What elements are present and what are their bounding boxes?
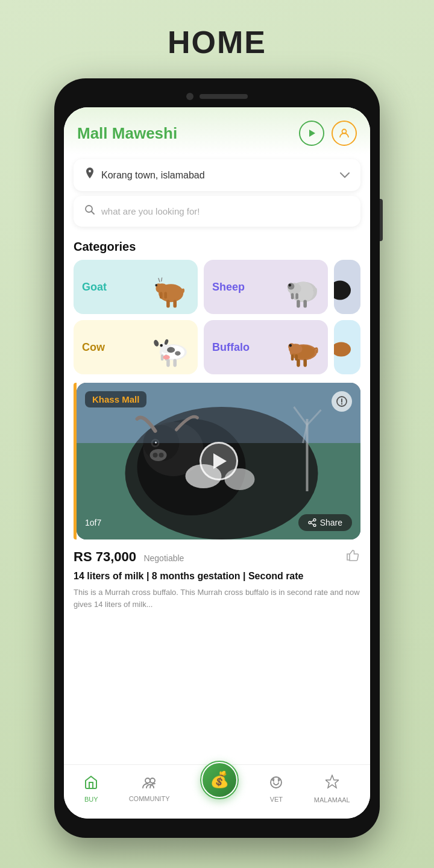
category-buffalo[interactable]: Buffalo: [204, 320, 328, 374]
khass-mall-badge: Khass Mall: [85, 391, 146, 407]
svg-rect-44: [295, 354, 298, 360]
cow-animal-icon: [149, 329, 195, 371]
product-description: This is a Murrah cross buffalo. This Mur…: [74, 587, 360, 610]
svg-point-11: [155, 284, 157, 286]
vet-icon: [269, 775, 283, 793]
location-text: Korang town, islamabad: [101, 170, 340, 181]
play-triangle-icon: [213, 453, 227, 469]
svg-point-39: [288, 343, 295, 350]
svg-rect-30: [173, 359, 177, 367]
buy-icon: [84, 775, 98, 793]
svg-rect-42: [303, 359, 307, 367]
video-card[interactable]: Khass Mall 1o: [77, 383, 360, 539]
sell-fab[interactable]: 💰: [200, 761, 239, 799]
nav-vet[interactable]: VET: [269, 775, 283, 803]
svg-rect-19: [291, 293, 294, 299]
page-title: HOME: [168, 24, 266, 60]
svg-rect-8: [173, 300, 177, 307]
search-icon: [84, 204, 95, 218]
app-logo: Mall Maweshi: [77, 124, 177, 143]
svg-point-69: [313, 524, 316, 527]
sheep-label: Sheep: [212, 281, 245, 294]
header-icons: [299, 121, 357, 146]
svg-point-34: [167, 347, 175, 353]
svg-point-58: [153, 453, 158, 458]
svg-rect-20: [295, 293, 298, 299]
community-icon: [142, 776, 157, 793]
location-icon: [84, 168, 95, 183]
phone-notch: [64, 88, 370, 105]
svg-point-35: [175, 351, 180, 356]
buffalo-label: Buffalo: [212, 341, 250, 354]
category-sheep[interactable]: Sheep: [204, 260, 328, 314]
screen-content: Mall Maweshi: [64, 107, 370, 819]
svg-point-77: [272, 778, 274, 780]
svg-point-59: [159, 453, 164, 458]
product-info: RS 73,000 Negotiable 14 liters of milk |…: [64, 539, 370, 610]
nav-buy[interactable]: BUY: [84, 775, 98, 803]
profile-button[interactable]: [332, 121, 357, 146]
bottom-spacer: [64, 610, 370, 667]
community-label: COMMUNITY: [129, 795, 170, 802]
svg-line-3: [92, 212, 95, 215]
svg-point-79: [278, 778, 280, 780]
categories-row-1: Goat: [74, 260, 360, 314]
partial-extra-animal-icon: [334, 320, 360, 374]
svg-rect-18: [303, 300, 307, 307]
cow-label: Cow: [82, 341, 105, 354]
nav-malamaal[interactable]: MALAMAAL: [314, 775, 350, 804]
app-header: Mall Maweshi: [64, 107, 370, 154]
search-placeholder-text: what are you looking for!: [101, 206, 200, 216]
malamaal-icon: [326, 775, 339, 794]
video-counter: 1of7: [85, 518, 101, 527]
categories-grid: Goat: [64, 260, 370, 374]
svg-point-21: [334, 281, 351, 300]
like-icon[interactable]: [345, 548, 360, 566]
price-row: RS 73,000 Negotiable: [74, 548, 360, 566]
sheep-animal-icon: [280, 269, 325, 311]
brand-text: Mall: [77, 124, 112, 142]
svg-point-15: [288, 283, 294, 289]
svg-point-16: [289, 284, 292, 287]
share-label: Share: [320, 518, 342, 527]
chevron-down-icon: [340, 170, 350, 181]
product-title: 14 liters of milk | 8 months gestation |…: [74, 570, 360, 583]
goat-animal-icon: [149, 269, 195, 311]
bottom-nav: BUY COMMUNITY: [64, 764, 370, 819]
location-bar[interactable]: Korang town, islamabad: [74, 159, 360, 191]
svg-point-45: [334, 342, 351, 357]
category-cow[interactable]: Cow: [74, 320, 198, 374]
svg-line-72: [310, 523, 313, 525]
svg-rect-9: [160, 292, 163, 298]
svg-point-33: [163, 355, 170, 360]
nav-community[interactable]: COMMUNITY: [129, 776, 170, 802]
vet-label: VET: [270, 796, 283, 803]
product-price: RS 73,000: [74, 549, 136, 564]
svg-rect-17: [297, 300, 300, 307]
svg-point-67: [341, 403, 342, 404]
svg-point-73: [145, 778, 150, 783]
brand-accent: Maweshi: [112, 124, 177, 142]
category-partial-cow2[interactable]: [334, 260, 360, 314]
category-partial-extra[interactable]: [334, 320, 360, 374]
svg-point-70: [309, 521, 311, 524]
report-icon[interactable]: [332, 391, 352, 412]
price-block: RS 73,000 Negotiable: [74, 549, 184, 565]
play-button-video[interactable]: [200, 442, 238, 480]
svg-marker-0: [309, 130, 315, 137]
speaker: [200, 94, 248, 99]
svg-line-71: [310, 521, 313, 523]
money-bag-icon: 💰: [210, 770, 229, 789]
malamaal-label: MALAMAAL: [314, 796, 350, 804]
categories-row-2: Cow: [74, 320, 360, 374]
svg-point-40: [289, 344, 292, 347]
share-button[interactable]: Share: [298, 514, 352, 531]
svg-rect-43: [291, 354, 294, 360]
negotiable-label: Negotiable: [143, 553, 184, 563]
category-goat[interactable]: Goat: [74, 260, 198, 314]
svg-point-27: [153, 339, 160, 347]
phone-shell: Mall Maweshi: [54, 78, 380, 838]
search-bar[interactable]: what are you looking for!: [74, 196, 360, 227]
svg-point-68: [313, 519, 316, 521]
play-button[interactable]: [299, 121, 324, 146]
